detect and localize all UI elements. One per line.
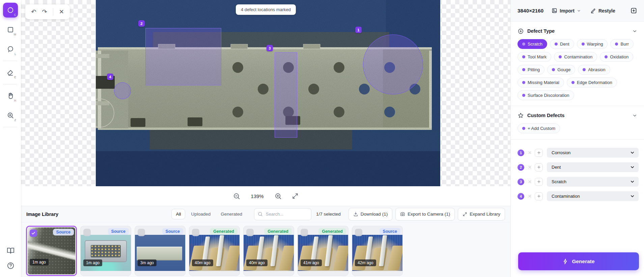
thumbnail-checkbox[interactable]	[355, 229, 362, 236]
pill-label: Edge Deformation	[577, 80, 612, 85]
thumbnail-badge: Generated	[210, 228, 237, 235]
thumbnail-badge: Source	[380, 228, 400, 235]
bamboo-shape	[279, 246, 294, 270]
plate-shape	[137, 247, 182, 260]
add-region-button[interactable]	[535, 192, 543, 200]
thumbnail-checkbox[interactable]	[301, 229, 308, 236]
tool-marquee-tool[interactable]: M	[3, 22, 18, 37]
tool-ellipse-tool[interactable]: C	[3, 3, 18, 18]
thumbnail-checkbox[interactable]	[192, 229, 199, 236]
defect-type-pill[interactable]: Edge Deformation	[567, 78, 617, 87]
defect-type-title: Defect Type	[527, 28, 555, 34]
close-icon[interactable]: ✕	[59, 9, 64, 15]
defect-region-2[interactable]	[145, 28, 221, 85]
pill-dot	[522, 94, 525, 97]
pill-label: Warping	[587, 41, 603, 47]
pill-label: Burr	[620, 41, 629, 47]
defect-type-select[interactable]: Contamination	[547, 191, 639, 201]
generate-button[interactable]: Generate	[518, 252, 639, 270]
defect-type-pill[interactable]: Abrasion	[578, 65, 610, 75]
eraser-tool-icon	[7, 69, 14, 76]
add-region-button[interactable]	[535, 163, 543, 171]
defect-type-pill[interactable]: Missing Material	[517, 78, 564, 87]
thumbnail-checkbox[interactable]	[83, 229, 91, 236]
tool-eraser-tool[interactable]: E	[3, 65, 18, 80]
chevron-down-icon	[630, 165, 635, 170]
defect-type-select[interactable]: Corrosion	[547, 148, 639, 158]
defect-marker-4[interactable]: 4	[107, 74, 113, 80]
download-button[interactable]: Download (1)	[348, 208, 392, 221]
search-box[interactable]	[254, 208, 311, 220]
import-label: Import	[560, 8, 575, 13]
download-label: Download (1)	[361, 212, 388, 217]
thumbnail-checkbox[interactable]	[246, 229, 254, 236]
zoom-in-icon[interactable]	[275, 193, 282, 200]
canvas-area[interactable]: 1234 4 defect locations marked	[21, 0, 510, 186]
undo-icon[interactable]: ↶	[31, 9, 36, 15]
source-photo[interactable]: 1234	[96, 0, 440, 186]
star-icon	[517, 112, 524, 119]
remove-defect-button[interactable]	[528, 194, 532, 198]
defect-type-select[interactable]: Scratch	[547, 177, 639, 187]
remove-defect-button[interactable]	[528, 179, 532, 184]
library-thumbnail[interactable]: Source1m ago	[80, 226, 131, 276]
tool-zoom-tool[interactable]: Z	[3, 108, 18, 123]
expand-library-button[interactable]: Expand Library	[458, 208, 505, 221]
search-input[interactable]	[265, 211, 308, 217]
tab-uploaded[interactable]: Uploaded	[187, 209, 215, 219]
defect-type-pill[interactable]: Pitting	[517, 65, 544, 75]
defect-type-pill[interactable]: Contamination	[554, 52, 597, 62]
pill-label: Abrasion	[588, 67, 605, 72]
defect-type-pill[interactable]: Dent	[550, 39, 574, 49]
library-thumbnail[interactable]: Source42m ago	[352, 226, 403, 276]
defect-type-pill[interactable]: Burr	[610, 39, 634, 49]
library-thumbnail[interactable]: Generated40m ago	[189, 226, 240, 276]
pill-label: Scratch	[528, 41, 542, 47]
add-region-button[interactable]	[535, 178, 543, 186]
restyle-button[interactable]: Restyle	[590, 8, 615, 13]
bamboo-shape	[333, 246, 348, 270]
defect-type-select[interactable]: Dent	[547, 162, 639, 172]
defect-marker-3[interactable]: 3	[267, 45, 273, 51]
tool-lasso-tool[interactable]: L	[3, 42, 18, 57]
defect-type-pill[interactable]: Tool Mark	[517, 52, 551, 62]
library-thumbnail[interactable]: Source1m ago	[26, 226, 77, 276]
import-button[interactable]: Import	[552, 8, 581, 13]
book-icon[interactable]	[7, 247, 15, 254]
defect-type-pill[interactable]: Oxidation	[600, 52, 633, 62]
add-region-button[interactable]	[535, 149, 543, 157]
defect-region-4[interactable]	[114, 82, 131, 99]
help-icon[interactable]	[7, 262, 15, 270]
defect-marker-2[interactable]: 2	[138, 20, 145, 27]
new-canvas-icon[interactable]	[630, 7, 637, 14]
zoom-out-icon[interactable]	[233, 193, 240, 200]
defect-type-pill[interactable]: Warping	[577, 39, 608, 49]
add-custom-button[interactable]: + Add Custom	[517, 123, 560, 133]
export-to-camera-button[interactable]: Export to Camera (1)	[395, 208, 455, 221]
pill-dot	[522, 81, 525, 84]
zoom-level: 139%	[250, 193, 264, 199]
library-thumbnail[interactable]: Generated40m ago	[243, 226, 294, 276]
defect-type-pill[interactable]: Gouge	[547, 65, 575, 75]
defect-marker-1[interactable]: 1	[355, 27, 362, 33]
tool-hand-tool[interactable]: H	[3, 88, 18, 103]
library-thumbnail[interactable]: Generated41m ago	[298, 226, 348, 276]
defect-region-3[interactable]	[275, 52, 297, 138]
remove-defect-button[interactable]	[528, 165, 532, 169]
remove-defect-button[interactable]	[528, 150, 532, 155]
thumbnail-timestamp: 1m ago	[30, 259, 49, 266]
defect-type-pill[interactable]: Surface Discoloration	[517, 90, 574, 100]
library-title: Image Library	[26, 212, 58, 217]
fit-screen-icon[interactable]	[292, 193, 299, 199]
sidebar-divider	[3, 61, 17, 61]
thumbnail-checkbox[interactable]	[138, 229, 145, 236]
library-thumbnail[interactable]: Source3m ago	[135, 226, 186, 276]
chevron-down-icon[interactable]	[632, 113, 637, 118]
defect-region-1[interactable]	[363, 34, 423, 94]
tab-all[interactable]: All	[171, 209, 185, 219]
tab-generated[interactable]: Generated	[216, 209, 247, 219]
defect-type-pill[interactable]: Scratch	[517, 39, 547, 49]
thumbnail-checkbox[interactable]	[30, 229, 37, 237]
chevron-down-icon[interactable]	[632, 29, 637, 34]
redo-icon[interactable]: ↷	[42, 9, 47, 15]
